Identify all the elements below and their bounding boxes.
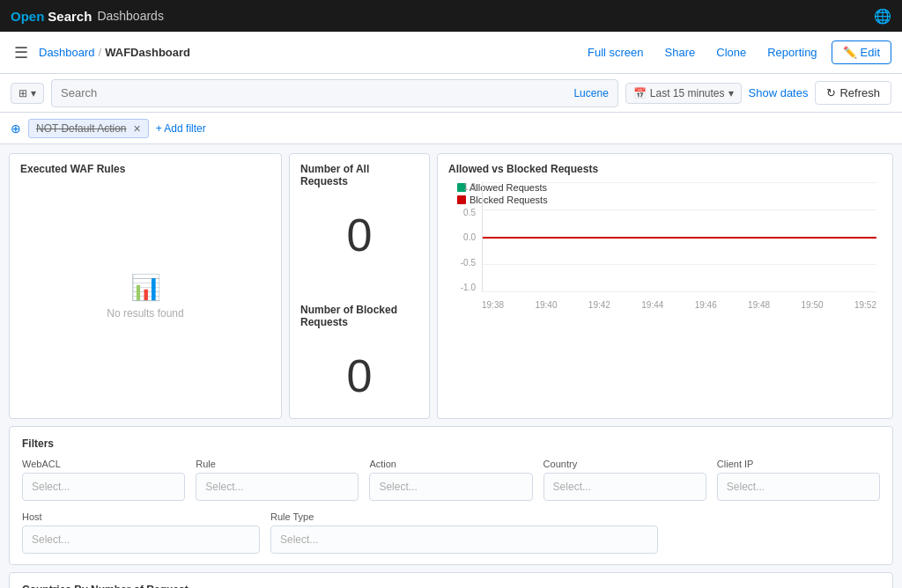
zero-line [483,237,876,239]
refresh-icon: ↻ [826,86,836,99]
breadcrumb-parent[interactable]: Dashboard [39,46,95,59]
clientip-label: Client IP [717,459,880,469]
date-range-label: Last 15 minutes [650,87,725,99]
countries-title: Countries By Number of Request [22,584,880,588]
breadcrumb: Dashboard / WAFDashboard [39,46,190,59]
refresh-button[interactable]: ↻ Refresh [815,81,891,105]
rule-filter-group: Rule Select... [196,459,359,501]
date-chevron-icon: ▾ [728,87,734,99]
webacl-filter-group: WebACL Select... [22,459,185,501]
action-label: Action [369,459,532,469]
no-results-text: No results found [107,307,183,320]
logo-open-text: Open [11,9,44,24]
chart-container: Allowed Requests Blocked Requests 1.0 0.… [448,182,882,310]
executed-waf-rules-title: Executed WAF Rules [20,163,270,175]
share-button[interactable]: Share [658,42,703,62]
action-filter-group: Action Select... [369,459,532,501]
ruletype-filter-group: Rule Type Select... [270,511,658,554]
date-range-button[interactable]: 📅 Last 15 minutes ▾ [625,83,742,104]
allowed-vs-blocked-title: Allowed vs Blocked Requests [448,163,882,175]
chart-y-labels: 1.0 0.5 0.0 -0.5 -1.0 [448,182,479,292]
ruletype-select[interactable]: Select... [270,526,658,554]
edit-button[interactable]: ✏️ Edit [832,40,891,64]
calendar-icon: 📅 [633,87,647,99]
search-type-chevron: ▾ [31,87,36,99]
all-requests-panel: Number of All Requests 0 Number of Block… [289,153,430,419]
search-type-button[interactable]: ⊞ ▾ [11,83,44,104]
action-select[interactable]: Select... [369,473,532,501]
y-label-4: -0.5 [448,258,476,268]
breadcrumb-current: WAFDashboard [105,46,190,59]
filter-tag: NOT Default Action × [28,119,149,138]
executed-waf-rules-panel: Executed WAF Rules 📊 No results found [9,153,282,419]
globe-icon[interactable]: 🌐 [874,9,891,24]
logo-search-text: Search [48,9,92,24]
dashboard-row1: Executed WAF Rules 📊 No results found Nu… [9,153,893,419]
filter-tag-text: NOT Default Action [36,122,127,135]
clientip-select[interactable]: Select... [717,473,880,501]
blocked-requests-count: 0 [300,335,418,409]
header-bar: ☰ Dashboard / WAFDashboard Full screen S… [0,32,902,74]
blocked-requests-title: Number of Blocked Requests [300,304,418,328]
reporting-button[interactable]: Reporting [760,42,824,62]
rule-label: Rule [196,459,359,469]
x-label-1: 19:38 [482,300,504,310]
add-filter-button[interactable]: + Add filter [156,122,206,135]
all-requests-count: 0 [300,195,418,268]
logo-dashboards-text: Dashboards [97,9,164,23]
filters-row1: WebACL Select... Rule Select... Action S… [22,459,880,501]
logo: OpenSearch Dashboards [11,9,164,24]
x-label-2: 19:40 [535,300,557,310]
clientip-filter-group: Client IP Select... [717,459,880,501]
country-select[interactable]: Select... [543,473,706,501]
show-dates-button[interactable]: Show dates [749,86,809,99]
search-bar: ⊞ ▾ Lucene 📅 Last 15 minutes ▾ Show date… [0,74,902,113]
filter-tag-remove[interactable]: × [134,121,141,136]
x-label-7: 19:50 [802,300,824,310]
y-label-2: 0.5 [448,208,476,217]
chart-area [482,182,876,292]
webacl-select[interactable]: Select... [22,473,185,501]
x-label-6: 19:48 [748,300,770,310]
y-label-1: 1.0 [448,182,476,192]
hamburger-menu[interactable]: ☰ [11,40,32,66]
y-label-5: -1.0 [448,283,476,292]
filter-icon[interactable]: ⊕ [11,121,21,136]
clone-button[interactable]: Clone [709,42,753,62]
allowed-vs-blocked-panel: Allowed vs Blocked Requests Allowed Requ… [437,153,893,419]
host-select[interactable]: Select... [22,526,260,554]
rule-select[interactable]: Select... [196,473,359,501]
no-results-container: 📊 No results found [20,182,270,409]
y-label-3: 0.0 [448,232,476,242]
gridline-25 [483,209,876,210]
edit-icon: ✏️ [843,46,857,59]
all-requests-title: Number of All Requests [300,163,418,187]
main-content: Executed WAF Rules 📊 No results found Nu… [0,144,902,588]
country-filter-group: Country Select... [543,459,706,501]
chart-x-labels: 19:38 19:40 19:42 19:44 19:46 19:48 19:5… [482,300,876,310]
fullscreen-button[interactable]: Full screen [580,42,651,62]
gridline-bottom [483,291,876,292]
countries-panel: Countries By Number of Request [9,572,893,588]
search-type-icon: ⊞ [18,87,27,99]
top-nav-right: 🌐 [874,8,891,25]
host-filter-group: Host Select... [22,511,260,554]
country-label: Country [543,459,706,469]
filter-bar: ⊕ NOT Default Action × + Add filter [0,113,902,144]
ruletype-label: Rule Type [270,511,658,522]
refresh-label: Refresh [839,86,880,99]
filters-row2: Host Select... Rule Type Select... [22,511,880,554]
breadcrumb-separator: / [99,46,102,59]
webacl-label: WebACL [22,459,185,469]
search-input-wrap: Lucene [51,79,618,107]
gridline-top [483,182,876,183]
no-results-icon: 📊 [130,273,161,302]
filters-panel: Filters WebACL Select... Rule Select... … [9,426,893,565]
header-actions: Full screen Share Clone Reporting ✏️ Edi… [580,40,891,64]
lucene-button[interactable]: Lucene [573,87,608,99]
x-label-5: 19:46 [695,300,717,310]
x-label-3: 19:42 [588,300,610,310]
top-navigation: OpenSearch Dashboards 🌐 [0,0,902,32]
edit-label: Edit [861,46,880,59]
search-input[interactable] [61,86,566,99]
